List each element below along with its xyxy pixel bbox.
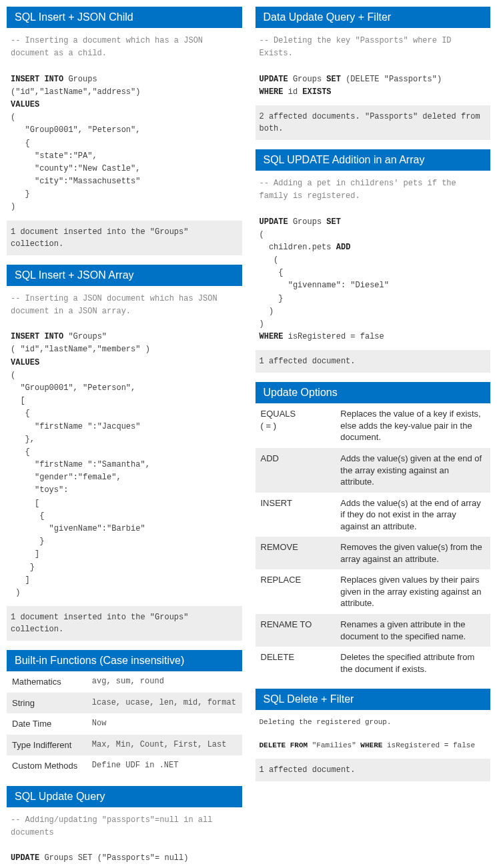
card-header: SQL UPDATE Addition in an Array [256, 149, 491, 171]
kw-exists: EXISTS [302, 87, 331, 97]
table-row: REMOVERemoves the given value(s) from th… [256, 537, 491, 569]
table-row: EQUALS ( = )Replaces the value of a key … [256, 403, 491, 448]
code-text: Groups [288, 217, 327, 227]
code-text: ("id","lastName","address") [11, 87, 140, 97]
card-header: SQL Delete + Filter [256, 689, 491, 710]
functions-table: Mathematicsavg, sum, round Stringlcase, … [7, 671, 242, 777]
table-row: Mathematicsavg, sum, round [7, 671, 242, 693]
fn-category: Custom Methods [7, 755, 87, 777]
fn-list: Define UDF in .NET [87, 755, 242, 777]
code-comment: -- Inserting a JSON document which has J… [11, 294, 222, 316]
table-row: Date TimeNow [7, 713, 242, 735]
option-desc: Renames a given attribute in the documen… [335, 614, 490, 647]
code-text: Groups [288, 75, 327, 84]
result-block: 1 document inserted into the "Groups" co… [7, 221, 242, 255]
kw-insert-into: INSERT INTO [11, 75, 63, 84]
option-name: EQUALS ( = ) [256, 403, 336, 448]
card-sql-update-addition-array: SQL UPDATE Addition in an Array -- Addin… [256, 149, 491, 373]
table-row: ADDAdds the value(s) given at the end of… [256, 448, 491, 493]
card-sql-insert-json-child: SQL Insert + JSON Child -- Inserting a d… [7, 7, 242, 255]
card-builtin-functions: Built-in Functions (Case insensitive) Ma… [7, 650, 242, 777]
code-comment: -- Inserting a document which has a JSON… [11, 36, 207, 58]
code-text: "Groups" [63, 332, 107, 341]
fn-list: Now [87, 713, 242, 735]
code-text: id [284, 87, 303, 97]
card-header: SQL Update Query [7, 786, 242, 807]
option-desc: Replaces given values by their pairs giv… [335, 569, 490, 614]
card-header: SQL Insert + JSON Array [7, 265, 242, 286]
table-row: Custom MethodsDefine UDF in .NET [7, 755, 242, 777]
table-row: DELETEDeletes the specified attribute fr… [256, 647, 491, 679]
option-name: DELETE [256, 647, 336, 679]
card-sql-delete-filter: SQL Delete + Filter Deleting the registe… [256, 689, 491, 781]
code-comment: Deleting the registered group. [260, 718, 392, 726]
card-header: Built-in Functions (Case insensitive) [7, 650, 242, 671]
code-block: -- Adding/updating "passports"=null in a… [7, 807, 242, 868]
table-row: Type IndifferentMax, Min, Count, First, … [7, 735, 242, 756]
code-text: (DELETE "Passports") [341, 75, 442, 84]
result-block: 1 affected document. [256, 350, 491, 373]
code-text: isRegistered = false [284, 332, 384, 341]
result-block: 1 document inserted into the "Groups" co… [7, 606, 242, 641]
code-text: Groups SET ("Passports"= null) [39, 853, 188, 863]
card-sql-insert-json-array: SQL Insert + JSON Array -- Inserting a J… [7, 265, 242, 641]
kw-where: WHERE [260, 332, 284, 341]
fn-category: Mathematics [7, 671, 87, 693]
code-block: -- Inserting a document which has a JSON… [7, 28, 242, 221]
code-text: ( "id","lastName","members" ) [11, 345, 150, 354]
option-name: ADD [256, 448, 336, 493]
card-update-options: Update Options EQUALS ( = )Replaces the … [256, 382, 491, 679]
kw-update: UPDATE [260, 75, 288, 84]
option-name: REPLACE [256, 569, 336, 614]
option-name: INSERT [256, 493, 336, 537]
card-header: Data Update Query + Filter [256, 7, 491, 28]
code-comment: -- Adding a pet in childrens' pets if th… [260, 179, 461, 201]
code-text: ( "Group0001", "Peterson", [ { "firstNam… [11, 371, 150, 597]
kw-where: WHERE [360, 741, 382, 749]
kw-update: UPDATE [11, 853, 39, 863]
code-text: "Families" [308, 741, 360, 749]
option-name: REMOVE [256, 537, 336, 569]
table-row: REPLACEReplaces given values by their pa… [256, 569, 491, 614]
code-comment: -- Deleting the key "Passports" where ID… [260, 36, 456, 58]
code-text: isRegistered = false [382, 741, 475, 749]
kw-set: SET [326, 217, 341, 227]
code-comment: -- Adding/updating "passports"=null in a… [11, 815, 217, 837]
result-block: 1 affected document. [256, 759, 491, 781]
option-desc: Adds the value(s) given at the end of th… [335, 448, 490, 493]
page: SQL Insert + JSON Child -- Inserting a d… [7, 7, 490, 868]
code-text: ( { "givenname": "Diesel" } ) ) [260, 255, 389, 329]
left-column: SQL Insert + JSON Child -- Inserting a d… [7, 7, 242, 868]
fn-category: Type Indifferent [7, 735, 87, 756]
fn-list: avg, sum, round [87, 671, 242, 693]
fn-category: String [7, 693, 87, 714]
fn-list: lcase, ucase, len, mid, format [87, 693, 242, 714]
code-block: -- Adding a pet in childrens' pets if th… [256, 171, 491, 350]
kw-insert-into: INSERT INTO [11, 332, 63, 341]
kw-delete-from: DELETE FROM [260, 741, 308, 749]
card-sql-update-query: SQL Update Query -- Adding/updating "pas… [7, 786, 242, 868]
kw-values: VALUES [11, 100, 39, 109]
code-block: -- Inserting a JSON document which has J… [7, 286, 242, 607]
option-desc: Replaces the value of a key if exists, e… [335, 403, 490, 448]
options-table: EQUALS ( = )Replaces the value of a key … [256, 403, 491, 679]
option-name: RENAME TO [256, 614, 336, 647]
fn-category: Date Time [7, 713, 87, 735]
kw-where: WHERE [260, 87, 284, 97]
result-block: 2 affected documents. "Passports" delete… [256, 105, 491, 140]
kw-update: UPDATE [260, 217, 288, 227]
kw-values: VALUES [11, 358, 39, 367]
right-column: Data Update Query + Filter -- Deleting t… [256, 7, 491, 868]
card-header: SQL Insert + JSON Child [7, 7, 242, 28]
fn-list: Max, Min, Count, First, Last [87, 735, 242, 756]
table-row: RENAME TORenames a given attribute in th… [256, 614, 491, 647]
card-data-update-filter: Data Update Query + Filter -- Deleting t… [256, 7, 491, 140]
table-row: INSERTAdds the value(s) at the end of ar… [256, 493, 491, 537]
code-text: ( "Group0001", "Peterson", { "state":"PA… [11, 113, 140, 211]
code-block: -- Deleting the key "Passports" where ID… [256, 28, 491, 105]
kw-set: SET [326, 75, 341, 84]
code-text: Groups [63, 75, 97, 84]
kw-add: ADD [336, 243, 351, 252]
option-desc: Removes the given value(s) from the arra… [335, 537, 490, 569]
option-desc: Deletes the specified attribute from the… [335, 647, 490, 679]
